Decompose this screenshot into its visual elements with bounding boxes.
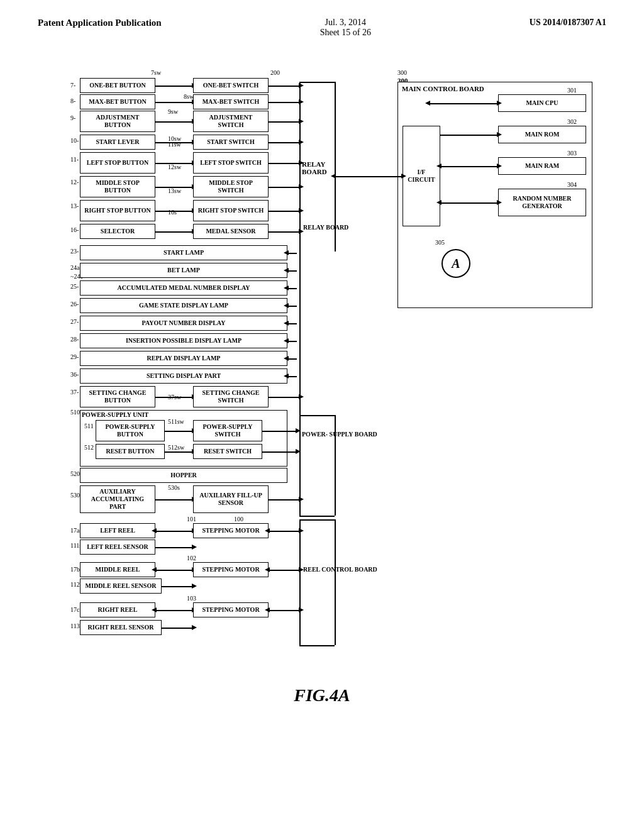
relay-board-vline [299,82,301,426]
arrow-4 [155,142,193,143]
middle-stop-button-block: MIDDLE STOP BUTTON [80,176,155,197]
arrow-11b [287,288,297,289]
label-8: 8- [70,97,75,104]
figure-label: FIG.4A [294,685,350,705]
arrow-2 [155,102,193,103]
arrow-3 [155,121,193,123]
arrow-18 [165,431,193,432]
setting-change-switch-block: SETTING CHANGE SWITCH [193,386,269,407]
arrow-24 [162,586,193,587]
arrow-25b [269,610,300,611]
arrow-cpu [429,103,498,104]
label-37: 37- [70,389,79,396]
arrow-20 [155,499,193,501]
right-stop-switch-block: RIGHT STOP SWITCH [193,200,269,221]
middle-reel-block: MIDDLE REEL [80,562,155,577]
left-stop-switch-block: LEFT STOP SWITCH [193,152,269,174]
right-reel-block: RIGHT REEL [80,602,155,617]
label-305: 305 [435,239,445,246]
bet-lamp-block: BET LAMP [80,263,287,278]
adjustment-button-block: ADJUSTMENT BUTTON [80,111,155,132]
label-302: 302 [567,118,577,125]
medal-sensor-block: MEDAL SENSOR [193,224,269,239]
ps-board-right-vline [335,415,336,516]
left-stop-button-block: LEFT STOP BUTTON [80,152,155,174]
arrow-ram [440,166,498,167]
label-511sw: 511sw [168,418,184,425]
label-25: 25- [70,283,79,290]
label-512sw: 512sw [168,444,184,451]
label-304: 304 [567,181,577,188]
arrow-7 [155,211,193,212]
replay-block: REPLAY DISPLAY LAMP [80,351,287,366]
arrow-4b [269,142,300,143]
label-10: 10- [70,137,79,144]
label-16s: 16s [168,209,177,216]
middle-stop-switch-block: MIDDLE STOP SWITCH [193,176,269,197]
label-12: 12- [70,179,79,185]
arrow-if-relay [335,176,402,177]
label-100: 100 [234,516,243,523]
right-reel-sensor-block: RIGHT REEL SENSOR [80,620,162,635]
auxiliary-part-block: AUXILIARY ACCUMULATING PART [80,485,155,513]
ps-board-bottom [299,516,335,517]
game-state-block: GAME STATE DISPLAY LAMP [80,298,287,313]
arrow-8 [155,231,193,233]
label-101: 101 [187,516,196,523]
insertion-block: INSERTION POSSIBLE DISPLAY LAMP [80,333,287,348]
arrow-13b [287,323,297,324]
stepping-motor-2-block: STEPPING MOTOR [193,562,269,577]
arrow-19 [165,451,193,453]
arrow-9b [287,253,297,254]
label-301: 301 [567,87,577,94]
middle-reel-sensor-block: MIDDLE REEL SENSOR [80,578,162,594]
relay-board-label: RELAY BOARD [303,224,348,231]
arrow-8b [269,231,300,233]
publication-date: Jul. 3, 2014 [320,18,371,28]
figure-caption: FIG.4A [39,685,605,718]
arrow-16b [287,376,297,377]
label-11: 11- [70,156,79,163]
label-7sw: 7sw [151,69,161,76]
arrow-10b [287,270,297,272]
arrow-7b [269,211,300,212]
reset-switch-block: RESET SWITCH [193,444,262,459]
circle-a: A [441,249,470,278]
label-530s: 530s [168,484,180,491]
sheet-info: Sheet 15 of 26 [320,28,371,38]
label-28: 28- [70,336,79,343]
label-27: 27- [70,318,79,325]
adjustment-switch-block: ADJUSTMENT SWITCH [193,111,269,132]
stepping-motor-3-block: STEPPING MOTOR [193,602,269,617]
arrow-2b [269,102,300,103]
label-26: 26- [70,301,79,307]
label-36: 36- [70,371,79,378]
stepping-motor-1-block: STEPPING MOTOR [193,523,269,538]
arrow-26 [162,628,193,629]
arrow-17b [269,397,300,398]
power-supply-board-label: POWER- SUPPLY BOARD [302,431,377,438]
relay-board-text: RELAYBOARD [302,160,327,175]
label-303: 303 [567,150,577,157]
arrow-19b [262,451,297,453]
selector-block: SELECTOR [80,224,155,239]
main-rom-block: MAIN ROM [498,126,586,143]
hopper-block: HOPPER [80,468,287,483]
power-supply-switch-block: POWER-SUPPLY SWITCH [193,420,262,441]
rcb-top [299,519,335,521]
auxiliary-fill-sensor-block: AUXILIARY FILL-UP SENSOR [193,485,269,513]
arrow-23b [269,570,300,571]
label-512: 512 [84,444,94,451]
label-9: 9- [70,114,75,121]
publication-title: Patent Application Publication [38,18,162,28]
reel-control-board-label: REEL CONTROL BOARD [303,566,377,573]
left-reel-sensor-block: LEFT REEL SENSOR [80,540,155,555]
arrow-21b [269,531,300,532]
page-header: Patent Application Publication Jul. 3, 2… [0,0,644,44]
label-power-unit: POWER-SUPPLY UNIT [82,411,148,418]
label-16: 16- [70,226,79,233]
relay-board-right-vline [335,82,336,252]
arrow-21 [155,531,193,532]
label-102: 102 [187,555,196,562]
setting-display-block: SETTING DISPLAY PART [80,368,287,384]
